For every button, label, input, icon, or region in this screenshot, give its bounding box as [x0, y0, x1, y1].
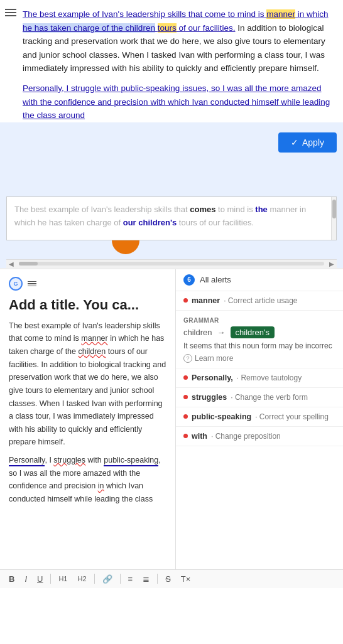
alert-item-public-speaking[interactable]: public-speaking · Correct your spelling — [176, 407, 343, 427]
lower-app: G Add a title. You ca... The best exampl… — [0, 268, 343, 569]
manner-highlight: manner — [81, 334, 107, 343]
ol-button[interactable]: ≡ — [126, 573, 136, 585]
learn-more-text: Learn more — [195, 354, 233, 363]
alerts-badge: 6 — [183, 274, 195, 286]
editor-panel: ✓ Apply The best example of Ivan's leade… — [0, 122, 343, 268]
alert-item-manner[interactable]: manner · Correct article usage — [176, 291, 343, 311]
word-after: children's — [231, 326, 275, 338]
question-icon: ? — [183, 354, 192, 363]
preview-childrens: children's — [138, 218, 177, 227]
alert-desc-manner: · Correct article usage — [224, 296, 297, 305]
scroll-left-arrow[interactable]: ◀ — [6, 260, 16, 267]
app-logo: G — [9, 277, 23, 291]
doc-sentence-1: The best example of Ivan's leadership sk… — [23, 9, 329, 33]
alert-word-struggles: struggles — [192, 393, 227, 402]
separator-1 — [50, 574, 51, 584]
scrollbar[interactable] — [331, 197, 336, 240]
alert-dot-manner — [183, 298, 188, 303]
horizontal-scrollbar[interactable]: ◀ ▶ — [6, 259, 337, 268]
italic-button[interactable]: I — [22, 573, 30, 585]
apply-button[interactable]: ✓ Apply — [278, 132, 337, 153]
arrow-icon: → — [217, 328, 226, 337]
alert-desc-public-speaking: · Correct your spelling — [255, 412, 329, 421]
alert-desc-with: · Change preposition — [211, 432, 281, 441]
document-text: The best example of Ivan's leadership sk… — [13, 8, 330, 122]
document-area: The best example of Ivan's leadership sk… — [0, 0, 343, 122]
left-panel-header: G — [9, 277, 166, 291]
alert-item-grammar[interactable]: GRAMMAR children → children's It seems t… — [176, 311, 343, 368]
editor-preview-box: The best example of Ivan's leadership sk… — [6, 196, 337, 240]
alert-item-struggles[interactable]: struggles · Change the verb form — [176, 388, 343, 407]
scrollbar-thumb — [332, 200, 336, 218]
doc-sentence-2: Personally, I struggle with public-speak… — [23, 83, 330, 120]
right-panel: 6 All alerts manner · Correct article us… — [176, 269, 343, 569]
alert-desc-struggles: · Change the verb form — [231, 393, 308, 402]
bottom-toolbar: B I U H1 H2 🔗 ≡ ≣ S T× — [0, 569, 343, 588]
h1-button[interactable]: H1 — [56, 574, 70, 584]
separator-3 — [120, 574, 121, 584]
with-highlight: in — [98, 481, 104, 490]
alerts-header: 6 All alerts — [176, 269, 343, 291]
grammar-correction: children → children's — [183, 326, 335, 338]
ul-button[interactable]: ≣ — [140, 573, 152, 585]
menu-icon[interactable] — [5, 9, 16, 16]
separator-4 — [157, 574, 158, 584]
grammar-label: GRAMMAR — [183, 317, 335, 324]
alerts-title: All alerts — [200, 275, 231, 284]
preview-our: our — [123, 218, 136, 227]
underline-button[interactable]: U — [35, 573, 45, 585]
main-content-text: The best example of Ivan's leadership sk… — [9, 319, 166, 506]
preview-the: the — [255, 205, 268, 214]
strike-button[interactable]: S — [163, 573, 173, 585]
hamburger-icon[interactable] — [28, 281, 36, 287]
preview-text: The best example of Ivan's leadership sk… — [14, 205, 306, 227]
children-highlight: children — [79, 347, 106, 356]
link-button[interactable]: 🔗 — [100, 573, 115, 585]
alert-word-personally: Personally, — [192, 373, 233, 382]
checkmark-icon: ✓ — [291, 137, 298, 148]
alert-item-with[interactable]: with · Change preposition — [176, 427, 343, 446]
alert-dot-personally — [183, 375, 188, 380]
alert-desc-personally: · Remove tautology — [237, 373, 302, 382]
grammar-note: It seems that this noun form may be inco… — [183, 341, 335, 352]
public-speaking-highlight: public-speaking — [104, 456, 158, 466]
scroll-right-arrow[interactable]: ▶ — [327, 260, 337, 267]
left-panel: G Add a title. You ca... The best exampl… — [0, 269, 176, 569]
struggles-highlight: struggles — [53, 456, 85, 464]
h2-button[interactable]: H2 — [75, 574, 89, 584]
separator-2 — [94, 574, 95, 584]
alert-word-manner: manner — [192, 296, 220, 305]
alert-item-personally[interactable]: Personally, · Remove tautology — [176, 368, 343, 388]
learn-more-link[interactable]: ? Learn more — [183, 354, 335, 363]
word-before: children — [183, 328, 212, 337]
alert-word-public-speaking: public-speaking — [192, 412, 251, 421]
bold-button[interactable]: B — [6, 573, 17, 585]
clear-button[interactable]: T× — [178, 573, 193, 585]
alert-word-with: with — [192, 432, 207, 441]
alert-dot-struggles — [183, 395, 188, 399]
alert-dot-public-speaking — [183, 414, 188, 419]
preview-comes: comes — [190, 205, 215, 214]
personally-highlight: Personally — [9, 456, 45, 466]
doc-title: Add a title. You ca... — [9, 297, 166, 313]
alert-dot-with — [183, 434, 188, 438]
